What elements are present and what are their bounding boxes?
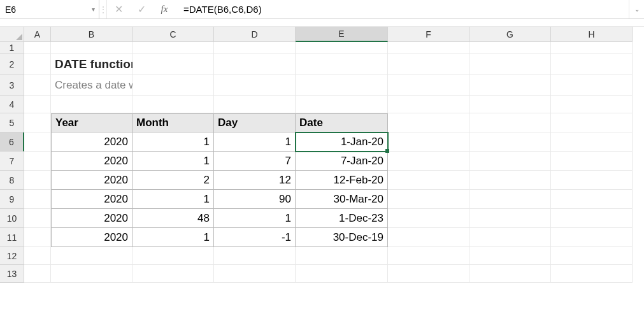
row-header-6[interactable]: 6 [0,132,24,152]
cell-B5[interactable]: Year [51,113,132,132]
cell-H2[interactable] [551,53,633,75]
cell-E3[interactable] [296,75,388,96]
cell-B12[interactable] [51,247,132,265]
cancel-button[interactable]: ✕ [107,0,130,18]
cell-F5[interactable] [388,113,469,132]
cell-H3[interactable] [551,75,633,96]
cell-H13[interactable] [551,265,633,283]
cell-H1[interactable] [551,42,633,53]
cell-G10[interactable] [469,209,551,228]
fill-handle[interactable] [385,149,389,153]
cell-D4[interactable] [214,96,296,113]
cell-H5[interactable] [551,113,633,132]
row-header-2[interactable]: 2 [0,53,24,75]
cell-D8[interactable]: 12 [214,171,296,190]
name-box-dropdown-icon[interactable]: ▾ [92,6,95,13]
cell-A9[interactable] [24,190,51,209]
cell-A5[interactable] [24,113,51,132]
column-header-G[interactable]: G [469,27,551,42]
cell-F6[interactable] [388,132,469,152]
cell-A8[interactable] [24,171,51,190]
cell-E13[interactable] [296,265,388,283]
cell-H6[interactable] [551,132,633,152]
cell-G8[interactable] [469,171,551,190]
row-header-3[interactable]: 3 [0,75,24,96]
row-header-13[interactable]: 13 [0,265,24,283]
cell-F9[interactable] [388,190,469,209]
insert-function-button[interactable]: fx [153,0,176,18]
cell-H8[interactable] [551,171,633,190]
cell-D13[interactable] [214,265,296,283]
cell-G2[interactable] [469,53,551,75]
row-header-1[interactable]: 1 [0,42,24,53]
cell-E7[interactable]: 7-Jan-20 [296,152,388,171]
cell-F10[interactable] [388,209,469,228]
cell-C13[interactable] [132,265,214,283]
cell-A1[interactable] [24,42,51,53]
formula-input[interactable]: =DATE(B6,C6,D6) [176,0,629,18]
cell-D6[interactable]: 1 [214,132,296,152]
cell-G7[interactable] [469,152,551,171]
cell-B10[interactable]: 2020 [51,209,132,228]
cell-F12[interactable] [388,247,469,265]
column-header-B[interactable]: B [51,27,132,42]
cell-A7[interactable] [24,152,51,171]
cell-F4[interactable] [388,96,469,113]
row-header-5[interactable]: 5 [0,113,24,132]
cell-H10[interactable] [551,209,633,228]
cell-F1[interactable] [388,42,469,53]
cell-D2[interactable] [214,53,296,75]
cell-E4[interactable] [296,96,388,113]
cell-B13[interactable] [51,265,132,283]
cell-E9[interactable]: 30-Mar-20 [296,190,388,209]
cell-G12[interactable] [469,247,551,265]
cell-A6[interactable] [24,132,51,152]
cell-E6[interactable]: 1-Jan-20 [296,132,388,152]
cell-F2[interactable] [388,53,469,75]
cell-E2[interactable] [296,53,388,75]
cell-B7[interactable]: 2020 [51,152,132,171]
cell-B2[interactable]: DATE function [51,53,132,75]
cell-A3[interactable] [24,75,51,96]
cell-F7[interactable] [388,152,469,171]
cell-C6[interactable]: 1 [132,132,214,152]
cell-B3[interactable]: Creates a date with year, month, and day [51,75,132,96]
column-header-H[interactable]: H [551,27,633,42]
name-box[interactable]: E6 ▾ [0,0,99,18]
cell-D10[interactable]: 1 [214,209,296,228]
row-header-8[interactable]: 8 [0,171,24,190]
cell-D9[interactable]: 90 [214,190,296,209]
enter-button[interactable]: ✓ [130,0,153,18]
cell-H7[interactable] [551,152,633,171]
cell-C11[interactable]: 1 [132,228,214,247]
cell-G3[interactable] [469,75,551,96]
cell-H9[interactable] [551,190,633,209]
cell-B11[interactable]: 2020 [51,228,132,247]
cell-D5[interactable]: Day [214,113,296,132]
cell-G13[interactable] [469,265,551,283]
column-header-E[interactable]: E [296,27,388,42]
cell-G9[interactable] [469,190,551,209]
column-header-A[interactable]: A [24,27,51,42]
cell-D12[interactable] [214,247,296,265]
cell-C3[interactable] [132,75,214,96]
cell-E10[interactable]: 1-Dec-23 [296,209,388,228]
cell-D11[interactable]: -1 [214,228,296,247]
cell-H4[interactable] [551,96,633,113]
cell-C9[interactable]: 1 [132,190,214,209]
cell-C8[interactable]: 2 [132,171,214,190]
cell-B9[interactable]: 2020 [51,190,132,209]
cell-D7[interactable]: 7 [214,152,296,171]
cell-C1[interactable] [132,42,214,53]
expand-formula-bar-button[interactable]: ⌄ [629,0,644,18]
cell-E1[interactable] [296,42,388,53]
cell-F11[interactable] [388,228,469,247]
row-header-7[interactable]: 7 [0,152,24,171]
row-header-4[interactable]: 4 [0,96,24,113]
cell-F13[interactable] [388,265,469,283]
cell-H12[interactable] [551,247,633,265]
cell-D3[interactable] [214,75,296,96]
cell-G5[interactable] [469,113,551,132]
cell-A4[interactable] [24,96,51,113]
row-header-9[interactable]: 9 [0,190,24,209]
